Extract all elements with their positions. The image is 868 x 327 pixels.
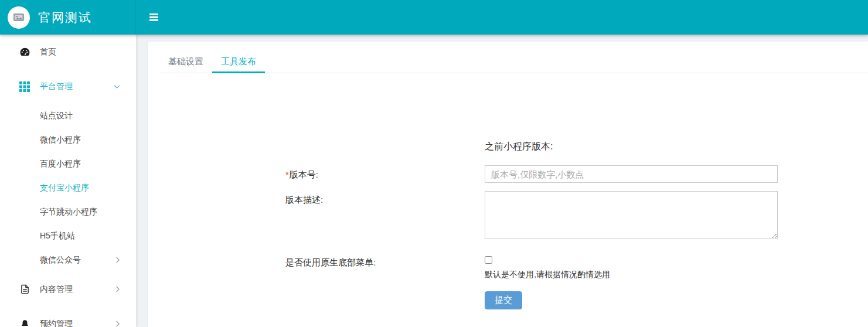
sidebar-item-site-design[interactable]: 站点设计: [0, 104, 136, 128]
bell-icon: [19, 318, 30, 327]
native-menu-checkbox[interactable]: [485, 256, 492, 264]
app-title: 官网测试: [38, 9, 92, 26]
sidebar-item-label: 站点设计: [40, 111, 73, 121]
sidebar-item-label: 内容管理: [40, 284, 73, 295]
native-menu-label: 是否使用原生底部菜单:: [285, 256, 485, 280]
sidebar-item-wechat-miniprogram[interactable]: 微信小程序: [0, 128, 136, 152]
sidebar-item-h5-mobile[interactable]: H5手机站: [0, 224, 136, 248]
chevron-right-icon: [115, 257, 120, 263]
native-menu-row: 是否使用原生底部菜单: 默认是不使用,请根据情况酌情选用: [285, 256, 868, 280]
publish-form: 之前小程序版本: *版本号: 版本描述: 是否使用原生底部菜单: 默认是不使用,…: [148, 73, 868, 309]
hamburger-icon: [149, 12, 158, 22]
sidebar-item-label: H5手机站: [40, 231, 75, 241]
submit-button[interactable]: 提交: [485, 291, 522, 309]
grid-icon: [19, 81, 30, 92]
menu-toggle-button[interactable]: [147, 9, 161, 26]
version-description-row: 版本描述:: [285, 191, 868, 241]
spacer: [285, 291, 485, 309]
sidebar-item-content-mgmt[interactable]: 内容管理: [0, 272, 136, 306]
brand: 官网测试: [0, 0, 136, 35]
tab-bar: 基础设置 工具发布: [159, 50, 868, 73]
sidebar-item-label: 微信小程序: [40, 135, 81, 145]
sidebar-item-booking-mgmt[interactable]: 预约管理: [0, 306, 136, 327]
sidebar-item-bytedance-miniprogram[interactable]: 字节跳动小程序: [0, 200, 136, 224]
document-icon: [19, 284, 30, 295]
app-logo: [8, 6, 30, 29]
sidebar-item-wechat-official[interactable]: 微信公众号: [0, 248, 136, 272]
sidebar-item-label: 支付宝小程序: [40, 183, 89, 193]
spacer: [285, 141, 485, 153]
sidebar-item-home[interactable]: 首页: [0, 35, 136, 69]
sidebar-item-label: 首页: [40, 47, 56, 57]
sidebar-item-platform[interactable]: 平台管理: [0, 69, 136, 104]
sidebar-item-baidu-miniprogram[interactable]: 百度小程序: [0, 152, 136, 176]
chevron-right-icon: [115, 321, 120, 327]
tab-basic-settings[interactable]: 基础设置: [159, 50, 212, 73]
top-header: 官网测试: [0, 0, 868, 35]
chevron-right-icon: [115, 286, 120, 292]
sidebar-item-label: 微信公众号: [40, 255, 81, 265]
chevron-down-icon: [114, 84, 120, 89]
version-number-label: *版本号:: [285, 165, 485, 183]
sidebar-item-label: 预约管理: [40, 319, 73, 327]
submit-row: 提交: [285, 291, 868, 309]
dashboard-icon: [19, 47, 30, 57]
previous-version-row: 之前小程序版本:: [285, 141, 868, 153]
version-description-label: 版本描述:: [285, 191, 485, 241]
sidebar-item-label: 百度小程序: [40, 159, 81, 169]
version-number-row: *版本号:: [285, 165, 868, 183]
platform-submenu: 站点设计 微信小程序 百度小程序 支付宝小程序 字节跳动小程序 H5手机站 微信…: [0, 104, 136, 272]
native-menu-hint: 默认是不使用,请根据情况酌情选用: [485, 270, 778, 280]
content-card: 基础设置 工具发布 之前小程序版本: *版本号: 版本描述: 是否使用原生底部菜…: [148, 42, 868, 327]
sidebar-item-label: 字节跳动小程序: [40, 207, 97, 217]
tab-tool-publish[interactable]: 工具发布: [212, 50, 265, 73]
version-description-textarea[interactable]: [485, 191, 778, 239]
version-number-input[interactable]: [485, 165, 778, 183]
sidebar-item-alipay-miniprogram[interactable]: 支付宝小程序: [0, 176, 136, 200]
sidebar-item-label: 平台管理: [40, 81, 73, 92]
required-asterisk: *: [285, 169, 289, 179]
logo-image-icon: [13, 13, 25, 22]
previous-version-label: 之前小程序版本:: [485, 141, 553, 151]
sidebar: 首页 平台管理 站点设计 微信小程序 百度小程序 支付宝小程序: [0, 35, 136, 327]
